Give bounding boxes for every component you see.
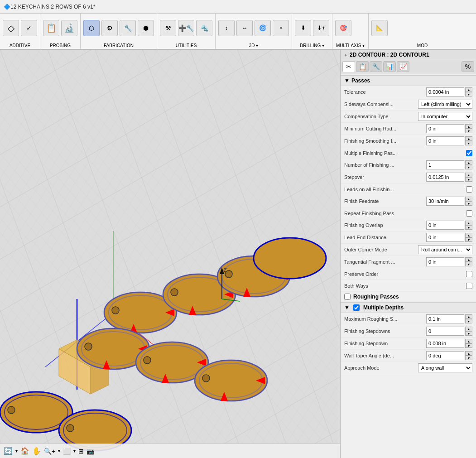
lead-end-distance-up[interactable]: ▲	[465, 233, 472, 237]
toolbar-btn-multi-1[interactable]: 🎯	[335, 20, 351, 36]
passes-arrow: ▼	[344, 77, 350, 84]
passes-section-header[interactable]: ▼ Passes	[341, 75, 476, 86]
finish-feedrate-input[interactable]	[426, 197, 464, 206]
toolbar-btn-3d-2[interactable]: ↔	[236, 20, 253, 36]
stepover-up[interactable]: ▲	[465, 173, 472, 177]
sideways-compensation-select[interactable]: Left (climb milling) Right (conventional…	[418, 100, 472, 109]
outer-corner-mode-label: Outer Corner Mode	[344, 247, 418, 252]
wall-taper-angle-up[interactable]: ▲	[465, 351, 472, 356]
num-finishing-up[interactable]: ▲	[465, 160, 472, 165]
leads-on-finishing-control	[466, 186, 472, 193]
toolbar-btn-5[interactable]: ⬡	[83, 20, 100, 36]
wall-taper-angle-down[interactable]: ▼	[465, 356, 472, 360]
panel-tabs: ✂ 📋 🔧 📊 📈 %	[341, 60, 476, 73]
toolbar-btn-2[interactable]: ✓	[21, 20, 37, 36]
finish-feedrate-up[interactable]: ▲	[465, 197, 472, 201]
tolerance-up[interactable]: ▲	[465, 87, 472, 92]
approach-mode-select[interactable]: Along wall Perpendicular Plunge	[418, 363, 472, 372]
toolbar-btn-8[interactable]: ⬢	[138, 20, 154, 36]
min-cutting-rad-down[interactable]: ▼	[465, 129, 472, 133]
panel-header-title: 2D CONTOUR : 2D CONTOUR1	[350, 52, 429, 58]
toolbar-btn-10[interactable]: ➕🔧	[178, 20, 194, 36]
multiple-depths-checkbox[interactable]	[353, 304, 360, 311]
tangential-fragment-row: Tangential Fragment ... ▲ ▼	[341, 256, 476, 268]
toolbar-btn-drill-1[interactable]: ⬇	[295, 20, 311, 36]
max-roughing-down[interactable]: ▼	[465, 319, 472, 323]
multiple-depths-section-header[interactable]: ▼ Multiple Depths	[341, 302, 476, 313]
compensation-type-select[interactable]: In computer In control Wear Inverse wear…	[418, 112, 472, 121]
roughing-passes-label: Roughing Passes	[353, 294, 399, 300]
tab-heights[interactable]: 🔧	[370, 61, 382, 72]
num-finishing-input[interactable]	[426, 160, 464, 169]
preserve-order-checkbox[interactable]	[466, 271, 472, 277]
toolbar-btn-6[interactable]: ⚙	[101, 20, 118, 36]
finishing-stepdowns-up[interactable]: ▲	[465, 327, 472, 331]
zoom-btn[interactable]: 🔍+	[44, 448, 55, 455]
finishing-stepdown-input[interactable]	[426, 339, 464, 348]
toolbar-btn-4[interactable]: 🔬	[61, 20, 77, 36]
rotate-btn[interactable]: 🔄	[4, 447, 13, 455]
viewport[interactable]: Z 🔄 ▾ 🏠 ✋ 🔍+ ▾ ⬜ ▾ ⊞ 📷	[0, 50, 340, 458]
panel-header: ● 2D CONTOUR : 2D CONTOUR1	[341, 50, 476, 60]
tangential-fragment-down[interactable]: ▼	[465, 262, 472, 266]
finishing-stepdowns-input[interactable]	[426, 327, 464, 336]
roughing-passes-checkbox[interactable]	[344, 294, 351, 300]
finishing-overlap-input[interactable]	[426, 221, 464, 230]
leads-on-finishing-checkbox[interactable]	[466, 186, 472, 193]
max-roughing-up[interactable]: ▲	[465, 314, 472, 319]
tolerance-input[interactable]	[426, 87, 464, 96]
rotate-dropdown[interactable]: ▾	[15, 448, 18, 453]
toolbar-btn-3d-4[interactable]: ⚬	[273, 20, 289, 36]
toolbar-btn-3d-1[interactable]: ↕	[218, 20, 235, 36]
view-btn[interactable]: ⬜	[63, 448, 71, 455]
both-ways-checkbox[interactable]	[466, 283, 472, 289]
toolbar-btn-3[interactable]: 📋	[43, 20, 59, 36]
finishing-smoothing-input[interactable]	[426, 136, 464, 145]
toolbar-btn-mod-1[interactable]: 📐	[371, 20, 388, 36]
view-dropdown[interactable]: ▾	[73, 448, 76, 453]
finishing-smoothing-up[interactable]: ▲	[465, 136, 472, 141]
toolbar-btn-9[interactable]: ⚒	[160, 20, 176, 36]
tab-tool[interactable]: ✂	[342, 61, 355, 72]
wall-taper-angle-input[interactable]	[426, 351, 464, 360]
tangential-fragment-up[interactable]: ▲	[465, 257, 472, 262]
home-btn[interactable]: 🏠	[20, 447, 29, 455]
toolbar-btn-3d-3[interactable]: 🌀	[255, 20, 271, 36]
max-roughing-input[interactable]	[426, 314, 464, 323]
finishing-overlap-up[interactable]: ▲	[465, 221, 472, 225]
camera-btn[interactable]: 📷	[87, 448, 94, 455]
multiple-finishing-checkbox[interactable]	[466, 150, 472, 156]
grid-btn[interactable]: ⊞	[78, 448, 84, 455]
approach-mode-control: Along wall Perpendicular Plunge	[418, 363, 472, 372]
mod-label: MOD	[369, 42, 476, 49]
repeat-finishing-checkbox[interactable]	[466, 210, 472, 217]
outer-corner-mode-select[interactable]: Roll around corn... Sharp Chamfer	[418, 245, 472, 254]
finishing-overlap-down[interactable]: ▼	[465, 225, 472, 230]
num-finishing-down[interactable]: ▼	[465, 165, 472, 169]
lead-end-distance-down[interactable]: ▼	[465, 237, 472, 242]
finishing-stepdowns-down[interactable]: ▼	[465, 331, 472, 336]
toolbar-btn-drill-2[interactable]: ⬇+	[313, 20, 329, 36]
tolerance-down[interactable]: ▼	[465, 92, 472, 96]
tab-linking[interactable]: 📈	[397, 61, 409, 72]
toolbar-btn-11[interactable]: 🔩	[196, 20, 212, 36]
finishing-smoothing-row: Finishing Smoothing I... ▲ ▼	[341, 135, 476, 147]
zoom-dropdown[interactable]: ▾	[58, 448, 60, 453]
tangential-fragment-input[interactable]	[426, 257, 464, 266]
tab-passes[interactable]: 📊	[383, 61, 396, 72]
pan-btn[interactable]: ✋	[32, 447, 41, 455]
finishing-stepdown-up[interactable]: ▲	[465, 339, 472, 343]
stepover-down[interactable]: ▼	[465, 177, 472, 182]
min-cutting-rad-up[interactable]: ▲	[465, 124, 472, 129]
tab-percent[interactable]: %	[462, 61, 474, 72]
min-cutting-rad-input[interactable]	[426, 124, 464, 133]
panel-content[interactable]: ▼ Passes Tolerance ▲ ▼ Sideways Compensi…	[341, 73, 476, 458]
finish-feedrate-down[interactable]: ▼	[465, 201, 472, 206]
tab-geometry[interactable]: 📋	[356, 61, 369, 72]
lead-end-distance-input[interactable]	[426, 233, 464, 242]
toolbar-btn-1[interactable]: ◇	[3, 20, 19, 36]
finishing-smoothing-down[interactable]: ▼	[465, 141, 472, 145]
stepover-input[interactable]	[426, 173, 464, 182]
finishing-stepdown-down[interactable]: ▼	[465, 343, 472, 348]
toolbar-btn-7[interactable]: 🔧	[120, 20, 136, 36]
